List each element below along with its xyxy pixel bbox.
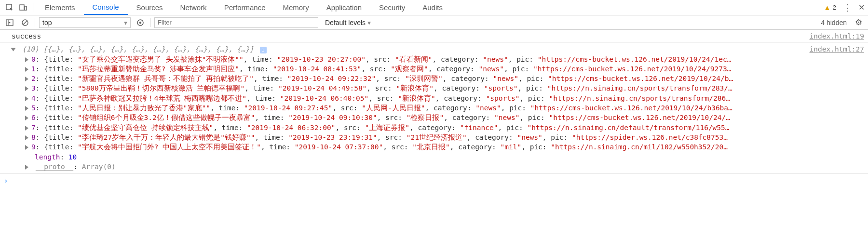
filter-input[interactable] [154,17,318,28]
levels-label: Default levels [325,19,366,26]
source-link[interactable]: index.html:19 [804,31,865,41]
console-output: success index.html:19 (10) [{…}, {…}, {…… [0,30,868,250]
devtools-tabbar: ElementsConsoleSourcesNetworkPerformance… [0,0,868,15]
tab-security[interactable]: Security [370,0,414,15]
array-item: 9: {title: "宇航大会将中国拒门外? 中国人上太空不用美国签证！", … [12,142,864,152]
sidebar-toggle-icon[interactable] [4,17,15,28]
length-key: length [35,153,60,161]
warning-icon: ▲ [824,3,831,12]
svg-marker-5 [9,22,11,24]
log-message: success index.html:19 [0,30,868,43]
svg-line-7 [23,21,27,25]
array-item: 7: {title: "绩优基金坚守高仓位 持续锁定科技主线", time: "… [12,123,864,132]
log-text: success [12,31,804,41]
tab-sources[interactable]: Sources [128,0,172,15]
console-prompt[interactable]: › [0,173,868,187]
expand-toggle[interactable] [25,77,28,81]
proto-key: __proto__ [36,163,74,171]
more-icon[interactable]: ⋮ [841,0,854,15]
context-selector[interactable]: top ▾ [39,17,131,28]
inspect-element-icon[interactable] [3,0,16,15]
info-icon[interactable]: i [260,47,267,53]
svg-rect-1 [20,5,24,10]
svg-rect-2 [25,6,27,10]
svg-point-9 [139,21,141,23]
tab-elements[interactable]: Elements [36,0,84,15]
log-levels-selector[interactable]: Default levels ▾ [322,19,374,26]
expand-toggle[interactable] [25,145,28,150]
array-item: 8: {title: "李佳琦27岁年入千万：年轻人的最大错觉是"钱好赚"", … [12,132,864,142]
expand-toggle[interactable] [25,67,28,72]
warning-count-value: 2 [833,4,836,11]
expand-toggle[interactable] [11,48,16,52]
warning-count[interactable]: ▲ 2 [819,0,841,15]
tab-audits[interactable]: Audits [414,0,451,15]
expand-toggle[interactable] [25,116,28,120]
array-item: 2: {title: "新疆官兵夜遇狼群 兵哥哥：不能拍了 再拍就被吃了", t… [12,74,864,83]
expand-toggle[interactable] [25,106,28,111]
console-toolbar: top ▾ Default levels ▾ 4 hidden ⚙ [0,15,868,30]
hidden-messages-count[interactable]: 4 hidden [821,19,849,26]
gear-icon[interactable]: ⚙ [853,17,864,28]
array-item: 6: {title: "传销组织6个月吸金3.2亿！假借这些做幌子一夜暴富", … [12,113,864,122]
array-item: 3: {title: "5800万帝星出鞘！切尔西新核激活 兰帕德幸福啊", t… [12,83,864,93]
array-summary: (10) [{…}, {…}, {…}, {…}, {…}, {…}, {…},… [22,45,254,53]
expand-toggle[interactable] [25,165,28,170]
proto-value: Array(0) [82,163,116,171]
expand-toggle[interactable] [25,126,28,131]
tab-console[interactable]: Console [84,0,128,15]
tab-memory[interactable]: Memory [274,0,318,15]
chevron-down-icon: ▾ [124,19,127,26]
array-item: 4: {title: "巴萨杀神欧冠又拉胯！4年球荒 梅西嘴嘴边都不进", ti… [12,93,864,103]
live-expression-icon[interactable] [135,17,146,28]
tab-application[interactable]: Application [318,0,370,15]
expand-toggle[interactable] [25,135,28,140]
array-item: 5: {title: "人民日报：别让暴力败光了香港"家底"", time: "… [12,103,864,113]
tab-performance[interactable]: Performance [216,0,274,15]
expand-toggle[interactable] [25,96,28,101]
context-label: top [42,19,52,26]
expand-toggle[interactable] [25,57,28,62]
length-value: 10 [68,153,77,161]
close-icon[interactable]: ✕ [854,0,868,15]
expand-toggle[interactable] [25,86,28,91]
log-message-array: (10) [{…}, {…}, {…}, {…}, {…}, {…}, {…},… [0,43,868,173]
chevron-down-icon: ▾ [367,19,371,26]
source-link[interactable]: index.html:27 [810,44,865,54]
array-item: 1: {title: "玛莎拉蒂重新赞助金马奖? 涉事车企发声明回应", tim… [12,64,864,74]
clear-console-icon[interactable] [19,17,31,28]
array-item: 0: {title: "女子乘公交车遇变态男子 头发被涂抹"不明液体"", ti… [12,54,864,64]
tab-network[interactable]: Network [172,0,216,15]
device-toolbar-icon[interactable] [16,0,30,15]
